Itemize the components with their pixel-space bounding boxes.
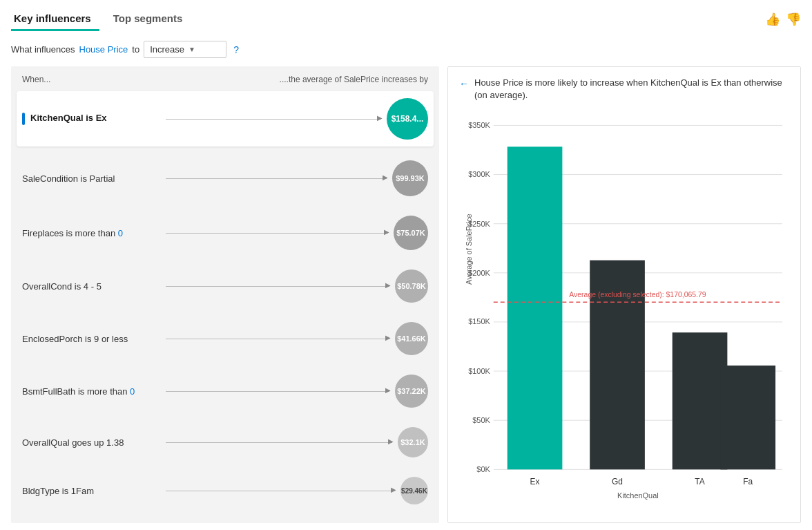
header: Key influencers Top segments 👍 👎 bbox=[11, 7, 801, 35]
influencer-row[interactable]: Fireplaces is more than 0 $75.07K bbox=[22, 209, 428, 257]
tabs: Key influencers Top segments bbox=[11, 7, 202, 31]
bar-line bbox=[166, 286, 389, 287]
left-panel-header: When... ....the average of SalePrice inc… bbox=[22, 75, 428, 84]
right-panel-title: ← House Price is more likely to increase… bbox=[459, 77, 789, 102]
bar-line bbox=[166, 178, 387, 179]
y-tick-label: $250K bbox=[468, 220, 490, 228]
value-bubble: $75.07K bbox=[394, 216, 428, 250]
influencer-row[interactable]: OverallCond is 4 - 5 $50.78K bbox=[22, 263, 428, 310]
value-bubble: $41.66K bbox=[395, 322, 428, 355]
x-tick-label: TA bbox=[695, 477, 704, 487]
influencer-label: BsmtFullBath is more than 0 bbox=[22, 386, 160, 397]
value-bubble: $29.46K bbox=[400, 477, 428, 504]
dropdown-value: Increase bbox=[150, 44, 184, 55]
y-tick-label: $100K bbox=[468, 367, 490, 375]
chevron-down-icon: ▼ bbox=[188, 46, 195, 53]
sub-header: What influences House Price to Increase … bbox=[11, 35, 801, 66]
left-panel: When... ....the average of SalePrice inc… bbox=[11, 66, 439, 523]
influencer-label: OverallCond is 4 - 5 bbox=[22, 281, 160, 292]
y-tick-label: $350K bbox=[468, 122, 490, 130]
bar-line bbox=[166, 491, 395, 491]
x-tick-label: Fa bbox=[743, 477, 753, 487]
value-bubble: $37.22K bbox=[395, 375, 428, 408]
influencer-row[interactable]: BldgType is 1Fam $29.46K bbox=[22, 470, 428, 511]
avg-line-label: Average (excluding selected): $170,065.7… bbox=[569, 292, 706, 299]
influencer-label: OverallQual goes up 1.38 bbox=[22, 437, 160, 448]
influencer-row[interactable]: EnclosedPorch is 9 or less $41.66K bbox=[22, 315, 428, 362]
y-tick-label: $200K bbox=[468, 269, 490, 277]
bar-line bbox=[166, 119, 381, 120]
main-content: When... ....the average of SalePrice inc… bbox=[11, 66, 801, 523]
header-icons: 👍 👎 bbox=[765, 12, 801, 27]
x-tick-label: Ex bbox=[530, 477, 540, 487]
y-tick-label: $150K bbox=[468, 318, 490, 326]
influencer-row[interactable]: OverallQual goes up 1.38 $32.1K bbox=[22, 420, 428, 464]
influence-dropdown[interactable]: Increase ▼ bbox=[144, 41, 226, 58]
influencer-label: EnclosedPorch is 9 or less bbox=[22, 334, 160, 344]
chart-area: Average of SalePrice $350K bbox=[459, 110, 789, 513]
thumbdown-icon[interactable]: 👎 bbox=[786, 12, 801, 27]
left-col2: ....the average of SalePrice increases b… bbox=[280, 75, 428, 84]
right-panel: ← House Price is more likely to increase… bbox=[447, 66, 801, 523]
bar-ex bbox=[508, 147, 563, 470]
bar-line bbox=[166, 233, 388, 234]
influencer-label: SaleCondition is Partial bbox=[22, 173, 160, 184]
value-bubble: $32.1K bbox=[398, 427, 428, 457]
bar-fa bbox=[720, 366, 775, 469]
right-panel-description: House Price is more likely to increase w… bbox=[474, 77, 789, 102]
influencer-row[interactable]: SaleCondition is Partial $99.93K bbox=[22, 153, 428, 203]
subheader-prefix: What influences bbox=[11, 44, 75, 55]
value-bubble: $158.4... bbox=[387, 98, 428, 140]
tab-key-influencers[interactable]: Key influencers bbox=[11, 7, 99, 31]
left-col1: When... bbox=[22, 75, 50, 84]
bar-line bbox=[166, 339, 389, 339]
bar-chart: Average of SalePrice $350K bbox=[459, 110, 789, 513]
subheader-metric: House Price bbox=[79, 44, 128, 55]
influencer-row[interactable]: KitchenQual is Ex $158.4... bbox=[17, 91, 434, 146]
value-bubble: $50.78K bbox=[395, 269, 428, 303]
bar-line bbox=[166, 391, 389, 392]
x-tick-label: Gd bbox=[612, 477, 623, 487]
influencer-label: KitchenQual is Ex bbox=[22, 113, 160, 125]
tab-top-segments[interactable]: Top segments bbox=[110, 7, 191, 31]
y-tick-label: $0K bbox=[476, 466, 490, 474]
subheader-connector: to bbox=[132, 44, 139, 55]
y-tick-label: $50K bbox=[472, 416, 490, 424]
thumbup-icon[interactable]: 👍 bbox=[765, 12, 780, 27]
help-icon[interactable]: ? bbox=[233, 44, 239, 55]
back-arrow-icon[interactable]: ← bbox=[459, 77, 469, 91]
influencer-label: Fireplaces is more than 0 bbox=[22, 228, 160, 238]
influencer-row[interactable]: BsmtFullBath is more than 0 $37.22K bbox=[22, 368, 428, 415]
bar-line bbox=[166, 442, 392, 443]
value-bubble: $99.93K bbox=[392, 160, 428, 196]
x-axis-label: KitchenQual bbox=[617, 492, 659, 500]
y-tick-label: $300K bbox=[468, 171, 490, 179]
bar-ta bbox=[673, 333, 728, 470]
influencer-label: BldgType is 1Fam bbox=[22, 486, 160, 496]
